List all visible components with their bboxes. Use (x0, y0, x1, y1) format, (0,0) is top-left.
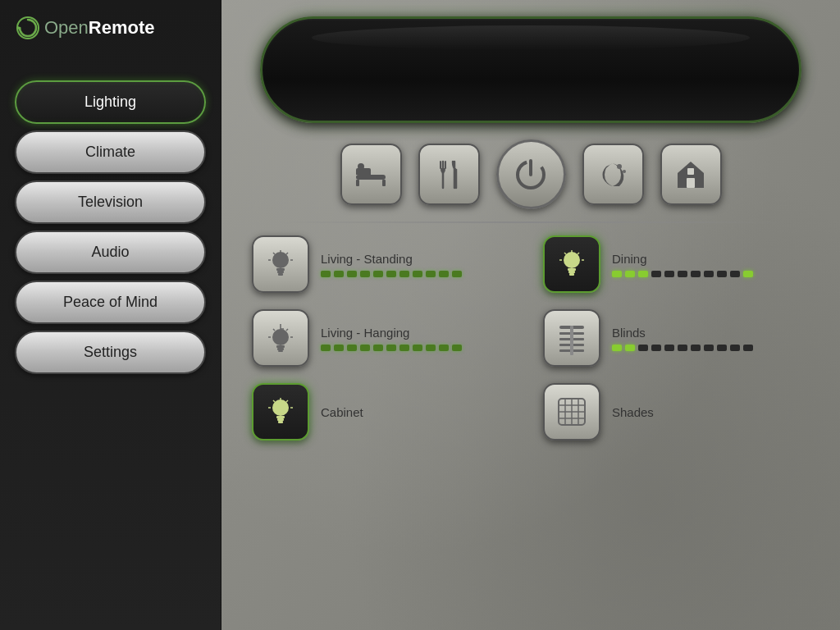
led-4 (360, 271, 370, 277)
top-display-pill (260, 16, 801, 123)
svg-line-57 (286, 400, 288, 402)
bl-led-6 (678, 345, 687, 351)
bulb-icon (263, 247, 298, 281)
living-hanging-label: Living - Hanging (321, 326, 462, 340)
bl-led-4 (651, 345, 661, 351)
nav-climate[interactable]: Climate (15, 130, 206, 174)
d-led-9 (717, 271, 727, 277)
svg-line-42 (286, 329, 288, 331)
d-led-8 (704, 271, 714, 277)
svg-rect-30 (569, 273, 574, 276)
logo-area: OpenRemote (0, 8, 221, 64)
lh-led-8 (413, 345, 422, 351)
lh-led-6 (386, 345, 396, 351)
svg-line-32 (578, 253, 579, 254)
led-10 (439, 271, 449, 277)
living-standing-item: Living - Standing (252, 235, 518, 293)
blinds-icon (555, 321, 589, 355)
svg-rect-17 (687, 168, 694, 175)
svg-rect-39 (278, 350, 283, 352)
scene-dining-button[interactable] (418, 144, 480, 205)
shades-button[interactable] (543, 383, 600, 441)
bl-led-9 (717, 345, 727, 351)
nav-settings[interactable]: Settings (15, 331, 206, 374)
dining-item: Dining (543, 235, 810, 293)
living-standing-info: Living - Standing (321, 252, 462, 277)
led-5 (373, 271, 383, 277)
lh-led-3 (347, 345, 357, 351)
dining-label: Dining (612, 252, 753, 266)
dining-leds (612, 271, 753, 277)
d-led-11 (743, 271, 753, 277)
scene-power-button[interactable] (496, 139, 566, 209)
bulb-active-icon (555, 247, 589, 281)
cabinet-item: Cabinet (252, 383, 518, 441)
lh-led-2 (334, 345, 344, 351)
svg-rect-51 (570, 326, 573, 355)
nav-peace-of-mind[interactable]: Peace of Mind (15, 281, 206, 324)
d-led-2 (625, 271, 635, 277)
living-hanging-info: Living - Hanging (321, 326, 462, 351)
nav-audio[interactable]: Audio (15, 231, 206, 274)
bl-led-8 (704, 345, 714, 351)
svg-rect-38 (277, 348, 284, 350)
bulb-cabinet-icon (263, 395, 298, 429)
svg-rect-54 (277, 418, 284, 421)
bl-led-3 (638, 345, 648, 351)
openremote-logo-icon (16, 16, 39, 39)
logo-open: Open (44, 17, 89, 38)
bulb-hanging-icon (263, 321, 298, 355)
section-divider (276, 221, 785, 223)
bl-led-10 (730, 345, 740, 351)
lh-led-9 (426, 345, 436, 351)
nav-television[interactable]: Television (15, 180, 206, 224)
power-icon (510, 154, 551, 195)
bl-led-7 (691, 345, 701, 351)
lh-led-10 (439, 345, 449, 351)
cabinet-button[interactable] (252, 383, 309, 441)
scene-night-button[interactable] (582, 144, 644, 205)
home-icon (673, 157, 709, 193)
dining-button[interactable] (543, 235, 600, 293)
svg-rect-55 (278, 421, 283, 423)
svg-line-58 (273, 400, 275, 402)
blinds-leds (612, 345, 753, 351)
svg-rect-5 (382, 180, 386, 186)
led-6 (386, 271, 396, 277)
cabinet-label: Cabinet (321, 405, 363, 419)
scene-home-button[interactable] (660, 144, 722, 205)
shades-info: Shades (612, 405, 654, 419)
svg-line-24 (273, 253, 275, 254)
blinds-label: Blinds (612, 326, 753, 340)
svg-rect-2 (356, 175, 386, 180)
bed-icon (353, 157, 389, 193)
svg-rect-53 (276, 416, 285, 418)
moon-icon (595, 157, 631, 193)
d-led-5 (664, 271, 674, 277)
lh-led-7 (399, 345, 409, 351)
led-3 (347, 271, 357, 277)
blinds-button[interactable] (543, 309, 600, 367)
svg-line-23 (286, 253, 288, 254)
living-standing-button[interactable] (252, 235, 309, 293)
bl-led-5 (664, 345, 674, 351)
living-standing-label: Living - Standing (321, 252, 462, 266)
d-led-10 (730, 271, 740, 277)
main-content: Living - Standing (221, 0, 840, 630)
living-hanging-item: Living - Hanging (252, 309, 518, 367)
led-9 (426, 271, 436, 277)
bl-led-11 (743, 345, 753, 351)
dining-info: Dining (612, 252, 753, 277)
svg-point-36 (272, 329, 289, 345)
lh-led-4 (360, 345, 370, 351)
nav-lighting[interactable]: Lighting (15, 80, 206, 124)
scene-relax-button[interactable] (340, 144, 402, 205)
d-led-7 (691, 271, 701, 277)
lh-led-1 (321, 345, 331, 351)
control-grid: Living - Standing (252, 235, 810, 441)
living-standing-leds (321, 271, 462, 277)
led-8 (413, 271, 422, 277)
living-hanging-button[interactable] (252, 309, 309, 367)
svg-rect-29 (568, 271, 575, 273)
cabinet-info: Cabinet (321, 405, 363, 419)
